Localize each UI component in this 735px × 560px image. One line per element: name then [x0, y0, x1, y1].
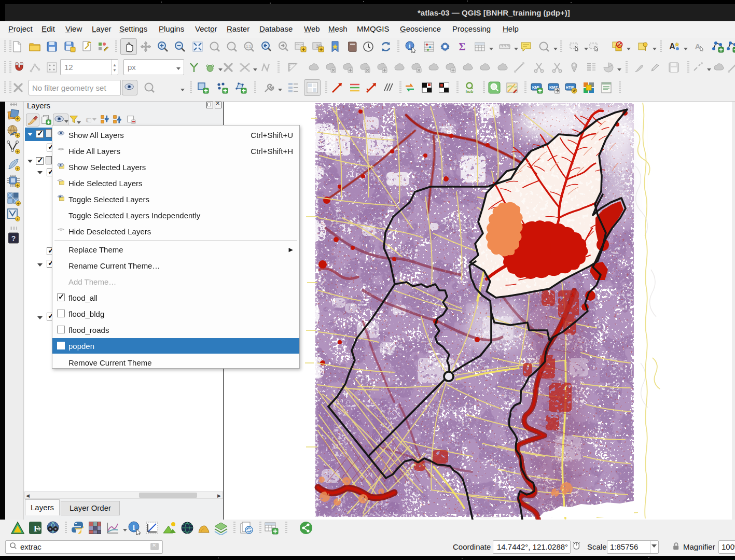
svg-text:hub: hub: [466, 89, 474, 94]
svg-text:Σ: Σ: [459, 41, 465, 52]
svg-text:i: i: [133, 524, 135, 531]
svg-text:A: A: [695, 42, 701, 51]
svg-text:1:1: 1:1: [246, 45, 251, 48]
svg-text:?: ?: [11, 234, 16, 243]
svg-text:A: A: [669, 42, 675, 51]
